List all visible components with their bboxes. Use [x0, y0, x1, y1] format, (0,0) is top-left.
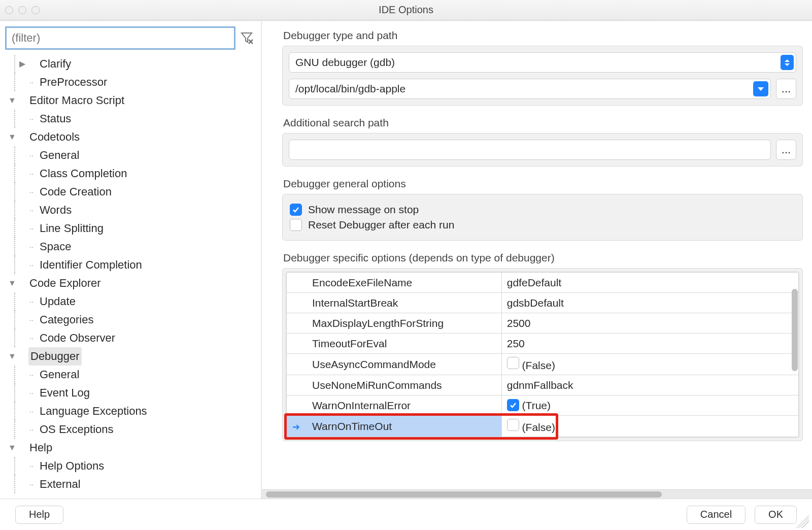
reset-debugger-checkbox[interactable] — [290, 219, 302, 231]
tree-branch-icon: ·· — [27, 110, 36, 128]
tree-item[interactable]: ··Categories — [5, 311, 258, 329]
property-checkbox[interactable] — [507, 399, 519, 411]
browse-path-button[interactable]: ... — [776, 79, 796, 99]
property-key: UseNoneMiRunCommands — [287, 375, 502, 395]
section-general: Show message on stop Reset Debugger afte… — [282, 194, 803, 241]
tree-item[interactable]: ··Code Creation — [5, 183, 258, 201]
filter-input[interactable] — [5, 26, 235, 50]
tree-item[interactable]: ▼Help — [5, 439, 258, 457]
tree-item[interactable]: ··Space — [5, 238, 258, 256]
tree-item-label: Categories — [39, 311, 94, 329]
tree-item[interactable]: ▼Code Explorer — [5, 274, 258, 292]
debugger-path-value: /opt/local/bin/gdb-apple — [295, 83, 405, 95]
tree-item-label: PreProcessor — [39, 73, 108, 91]
property-row[interactable]: TimeoutForEval250 — [287, 334, 799, 354]
tree-item[interactable]: ··External — [5, 475, 258, 493]
help-button[interactable]: Help — [15, 506, 63, 524]
tree-item-label: Line Splitting — [39, 219, 105, 238]
property-row[interactable]: MaxDisplayLengthForString2500 — [287, 313, 799, 334]
tree-item[interactable]: ··Code Observer — [5, 329, 258, 347]
stepper-icon[interactable] — [781, 55, 794, 70]
resize-grip-icon[interactable] — [796, 515, 809, 528]
tree-item-label: Class Completion — [39, 164, 128, 183]
tree-item[interactable]: ··OS Exceptions — [5, 420, 258, 439]
tree-item-label: Words — [39, 201, 73, 219]
property-value[interactable]: (False) — [501, 416, 798, 437]
tree-item[interactable]: ··Line Splitting — [5, 219, 258, 238]
section-title-general: Debugger general options — [283, 178, 803, 190]
chevron-down-icon[interactable]: ▼ — [7, 91, 17, 110]
property-checkbox[interactable] — [507, 357, 519, 369]
property-value[interactable]: 2500 — [501, 313, 798, 334]
tree-item[interactable]: ▼Editor Macro Script — [5, 91, 258, 110]
property-row[interactable]: EncodeExeFileNamegdfeDefault — [287, 273, 799, 293]
debugger-type-select[interactable]: GNU debugger (gdb) — [289, 52, 796, 73]
property-row[interactable]: WarnOnTimeOut (False) — [287, 416, 799, 437]
browse-search-button[interactable]: ... — [776, 140, 796, 160]
tree-item[interactable]: ▼Debugger — [5, 347, 258, 366]
cancel-button[interactable]: Cancel — [687, 506, 746, 524]
show-message-label: Show message on stop — [308, 204, 419, 216]
property-grid[interactable]: EncodeExeFileNamegdfeDefaultInternalStar… — [286, 272, 799, 437]
chevron-down-icon[interactable]: ▼ — [7, 347, 17, 366]
title-bar: IDE Options — [0, 0, 812, 20]
tree-item-label: Identifier Completion — [39, 256, 143, 274]
tree-item[interactable]: ··General — [5, 146, 258, 164]
tree-item-label: Debugger — [28, 347, 82, 366]
tree-item[interactable]: ··Language Exceptions — [5, 402, 258, 420]
reset-debugger-label: Reset Debugger after each run — [308, 219, 454, 231]
chevron-down-icon[interactable] — [753, 81, 768, 96]
tree-branch-icon: ·· — [27, 311, 36, 329]
tree-branch-icon: ·· — [27, 201, 36, 219]
property-row[interactable]: InternalStartBreakgdsbDefault — [287, 293, 799, 313]
window-close-icon[interactable] — [5, 6, 13, 14]
tree-item[interactable]: ▼Codetools — [5, 128, 258, 146]
show-message-checkbox[interactable] — [290, 204, 302, 216]
section-specific: EncodeExeFileNamegdfeDefaultInternalStar… — [282, 268, 803, 441]
tree-item-label: Editor Macro Script — [28, 91, 125, 110]
section-title-typepath: Debugger type and path — [283, 29, 803, 42]
chevron-right-icon[interactable]: ▶ — [17, 55, 27, 73]
tree-item-label: External — [39, 475, 82, 493]
tree-item[interactable]: ▶Clarify — [5, 55, 258, 73]
tree-item-label: General — [39, 146, 80, 164]
debugger-path-combo[interactable]: /opt/local/bin/gdb-apple — [289, 79, 771, 99]
chevron-down-icon[interactable]: ▼ — [7, 274, 17, 292]
property-value[interactable]: (False) — [501, 354, 798, 375]
current-row-arrow-icon: ➔ — [292, 421, 300, 433]
property-value[interactable]: gdfeDefault — [501, 273, 798, 293]
additional-search-input[interactable] — [289, 140, 771, 160]
property-value[interactable]: 250 — [501, 334, 798, 354]
tree-branch-icon: ·· — [27, 475, 36, 493]
property-key: WarnOnInternalError — [287, 395, 502, 416]
tree-item[interactable]: ··General — [5, 366, 258, 384]
property-row[interactable]: WarnOnInternalError (True) — [287, 395, 799, 416]
window-zoom-icon[interactable] — [31, 6, 40, 14]
ok-button[interactable]: OK — [755, 506, 797, 524]
tree-item-label: Event Log — [39, 384, 91, 402]
property-value[interactable]: (True) — [501, 395, 798, 416]
tree-item[interactable]: ··PreProcessor — [5, 73, 258, 91]
property-value[interactable]: gdsbDefault — [501, 293, 798, 313]
tree-item[interactable]: ··Status — [5, 110, 258, 128]
property-key: UseAsyncCommandMode — [287, 354, 502, 375]
tree-item[interactable]: ··Help Options — [5, 457, 258, 475]
chevron-down-icon[interactable]: ▼ — [7, 128, 17, 146]
property-key: EncodeExeFileName — [287, 273, 502, 293]
chevron-down-icon[interactable]: ▼ — [7, 439, 17, 457]
tree-item[interactable]: ··Identifier Completion — [5, 256, 258, 274]
property-value[interactable]: gdnmFallback — [501, 375, 798, 395]
property-checkbox[interactable] — [507, 419, 519, 431]
vertical-scrollbar[interactable] — [792, 289, 798, 372]
horizontal-scrollbar[interactable] — [262, 489, 812, 499]
tree-item[interactable]: ··Event Log — [5, 384, 258, 402]
options-tree[interactable]: ▶Clarify··PreProcessor▼Editor Macro Scri… — [0, 53, 261, 499]
tree-item[interactable]: ··Class Completion — [5, 164, 258, 183]
property-row[interactable]: UseAsyncCommandMode (False) — [287, 354, 799, 375]
tree-item[interactable]: ··Update — [5, 292, 258, 311]
filter-clear-icon[interactable] — [239, 29, 256, 47]
tree-branch-icon: ·· — [27, 219, 36, 238]
property-row[interactable]: UseNoneMiRunCommandsgdnmFallback — [287, 375, 799, 395]
tree-item[interactable]: ··Words — [5, 201, 258, 219]
window-minimize-icon[interactable] — [18, 6, 26, 14]
